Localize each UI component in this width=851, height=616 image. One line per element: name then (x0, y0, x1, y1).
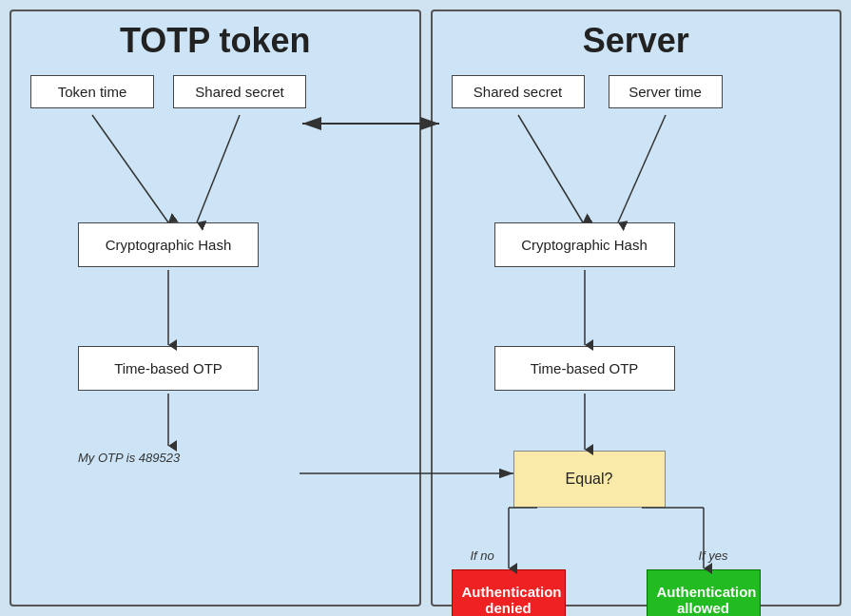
svg-line-13 (618, 115, 666, 222)
right-shared-secret-box: Shared secret (452, 75, 585, 108)
svg-line-12 (518, 115, 583, 222)
if-yes-label: If yes (699, 549, 728, 563)
right-panel: Server Shared secret Server time Cryptog… (431, 10, 842, 606)
auth-denied-box: Authentication denied (452, 569, 566, 616)
right-panel-title: Server (442, 21, 831, 61)
auth-allowed-box: Authentication allowed (647, 569, 761, 616)
left-panel: TOTP token Token time Shared secret Cryp… (10, 10, 421, 606)
right-otp-box: Time-based OTP (494, 346, 675, 391)
main-container: TOTP token Token time Shared secret Cryp… (0, 0, 851, 616)
svg-line-6 (92, 115, 168, 222)
left-otp-box: Time-based OTP (78, 346, 259, 391)
svg-line-7 (197, 115, 240, 222)
left-panel-title: TOTP token (21, 21, 410, 61)
panels: TOTP token Token time Shared secret Cryp… (0, 0, 851, 616)
left-crypto-hash-box: Cryptographic Hash (78, 222, 259, 267)
if-no-label: If no (471, 549, 494, 563)
right-diagram: Shared secret Server time Cryptographic … (442, 75, 831, 569)
token-time-box: Token time (30, 75, 154, 108)
otp-label: My OTP is 489523 (78, 451, 180, 465)
left-shared-secret-box: Shared secret (173, 75, 306, 108)
server-time-box: Server time (609, 75, 723, 108)
left-diagram: Token time Shared secret Cryptographic H… (21, 75, 410, 569)
equal-box: Equal? (513, 451, 666, 508)
right-crypto-hash-box: Cryptographic Hash (494, 222, 675, 267)
left-arrows (21, 75, 410, 569)
